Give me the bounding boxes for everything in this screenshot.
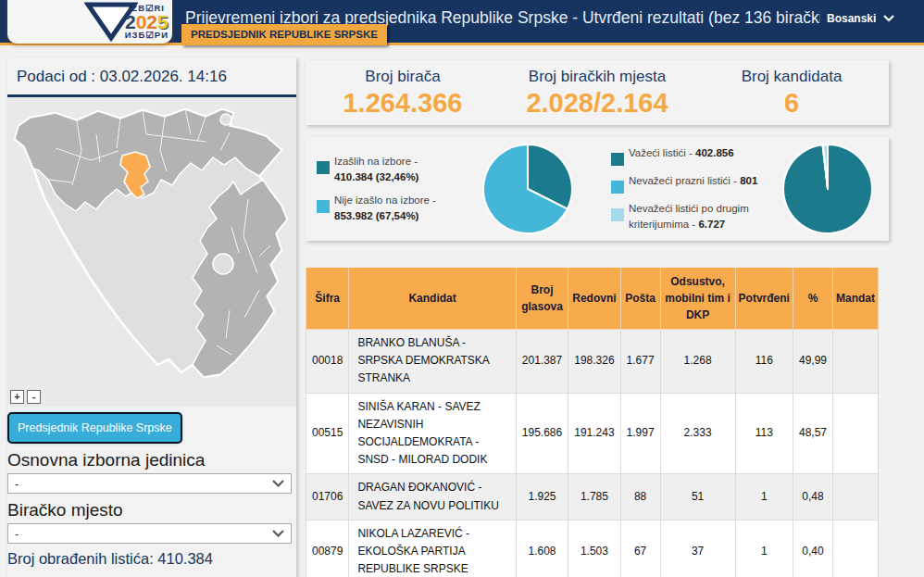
turnout-pie-chart xyxy=(480,141,576,237)
table-cell xyxy=(832,474,878,520)
map-zoom-in-button[interactable]: + xyxy=(10,390,24,404)
polling-station-select[interactable]: - xyxy=(7,523,292,544)
main-content: Broj birača 1.264.366 Broj biračkih mjes… xyxy=(306,60,889,577)
language-selector[interactable]: Bosanski xyxy=(827,12,894,25)
selected-value: - xyxy=(15,477,19,491)
table-cell: NIKOLA LAZAREVIĆ - EKOLOŠKA PARTIJA REPU… xyxy=(349,520,516,577)
table-cell xyxy=(832,520,878,577)
table-cell: 00515 xyxy=(306,393,349,474)
column-header: Broj glasova xyxy=(516,268,568,330)
results-table: ŠifraKandidatBroj glasovaRedovniPoštaOds… xyxy=(306,268,879,577)
chevron-down-icon xyxy=(272,480,284,487)
table-cell: 49,99 xyxy=(793,330,832,394)
bosnia-map[interactable] xyxy=(7,97,296,407)
table-cell: 51 xyxy=(660,474,735,520)
table-row: 00879NIKOLA LAZAREVIĆ - EKOLOŠKA PARTIJA… xyxy=(306,520,879,577)
table-cell: 1.677 xyxy=(620,330,660,394)
column-header: Šifra xyxy=(306,268,349,330)
results-table-head-row: ŠifraKandidatBroj glasovaRedovniPoštaOds… xyxy=(306,268,879,330)
logo-text: IZB☑RI 2025 ИЗБ☑РИ xyxy=(125,4,169,39)
table-row: 00018BRANKO BLANUŠA - SRPSKA DEMOKRATSKA… xyxy=(306,330,879,394)
map-zoom-controls: + - xyxy=(10,390,41,404)
table-cell xyxy=(832,330,878,394)
legend-label: Nevažeći prazni listići - 801 xyxy=(629,173,757,189)
logo-art: IZB☑RI 2025 ИЗБ☑РИ xyxy=(84,1,169,42)
column-header: Mandat xyxy=(832,268,878,330)
processed-ballots-text: Broj obrađenih listića: 410.384 xyxy=(7,549,296,569)
legend-label: Nije izašlo na izbore - 853.982 (67,54%) xyxy=(334,193,448,225)
stat-label: Broj kandidata xyxy=(694,68,889,86)
column-header: Redovni xyxy=(568,268,620,330)
stat-voters: Broj birača 1.264.366 xyxy=(306,68,500,119)
column-header: Odsustvo, mobilni tim i DKP xyxy=(660,268,735,330)
table-cell: 0,40 xyxy=(793,520,832,577)
legend-label: Važeći listići - 402.856 xyxy=(629,145,734,161)
table-cell xyxy=(832,393,878,474)
map-container[interactable]: + - xyxy=(7,97,296,407)
column-header: Pošta xyxy=(620,268,660,330)
data-as-of-label: Podaci od : 03.02.2026. 14:16 xyxy=(7,57,296,97)
ballots-pie-chart xyxy=(780,141,876,237)
table-cell: 00879 xyxy=(306,520,349,577)
legend-item: Izašlih na izbore - 410.384 (32,46%) xyxy=(317,154,448,186)
table-cell: 2.333 xyxy=(660,393,735,474)
map-enclave[interactable] xyxy=(213,254,233,274)
table-cell: 1.785 xyxy=(568,474,620,520)
chevron-down-icon xyxy=(272,530,284,537)
izbori-2025-logo[interactable]: IZB☑RI 2025 ИЗБ☑РИ xyxy=(7,0,172,44)
table-cell: 191.243 xyxy=(568,393,620,474)
legend-label: Izašlih na izbore - 410.384 (32,46%) xyxy=(334,154,448,186)
summary-stats-panel: Broj birača 1.264.366 Broj biračkih mjes… xyxy=(306,60,889,125)
race-filter-button[interactable]: Predsjednik Republike Srpske xyxy=(7,412,182,444)
table-cell: 198.326 xyxy=(568,330,620,394)
legend-swatch-icon xyxy=(611,181,624,194)
table-cell: 113 xyxy=(735,393,793,474)
table-cell: 67 xyxy=(620,520,660,577)
selected-value: - xyxy=(15,527,19,541)
table-cell: 1.608 xyxy=(516,520,568,577)
ballots-pie-legend: Važeći listići - 402.856Nevažeći prazni … xyxy=(611,145,767,233)
table-cell: 1.268 xyxy=(660,330,735,394)
table-cell: 88 xyxy=(620,474,660,520)
stat-value: 2.028/2.164 xyxy=(500,88,694,119)
logo-line-cyrillic: ИЗБ☑РИ xyxy=(125,31,169,40)
tab-predsjednik-republike-srpske[interactable]: PREDSJEDNIK REPUBLIKE SRPSKE xyxy=(181,24,387,45)
legend-swatch-icon xyxy=(611,153,624,166)
basic-electoral-unit-label: Osnovna izborna jedinica xyxy=(7,450,296,470)
table-row: 01706DRAGAN ĐOKANOVIĆ - SAVEZ ZA NOVU PO… xyxy=(306,474,879,520)
legend-item: Nevažeći listići po drugim kriterijumima… xyxy=(611,201,767,233)
pie-charts-panel: Izašlih na izbore - 410.384 (32,46%)Nije… xyxy=(306,137,889,241)
chevron-down-icon xyxy=(883,15,894,22)
table-cell: 1.925 xyxy=(516,474,568,520)
table-cell: SINIŠA KARAN - SAVEZ NEZAVISNIH SOCIJALD… xyxy=(349,393,516,474)
table-cell: 116 xyxy=(735,330,793,394)
results-table-body: 00018BRANKO BLANUŠA - SRPSKA DEMOKRATSKA… xyxy=(306,330,879,577)
table-cell: 195.686 xyxy=(516,393,568,474)
table-cell: 00018 xyxy=(306,330,349,394)
table-row: 00515SINIŠA KARAN - SAVEZ NEZAVISNIH SOC… xyxy=(306,393,879,474)
stat-candidates: Broj kandidata 6 xyxy=(694,68,889,119)
stat-value: 1.264.366 xyxy=(306,88,500,119)
left-panel: Podaci od : 03.02.2026. 14:16 xyxy=(7,57,296,577)
legend-swatch-icon xyxy=(611,208,624,221)
stat-polling-stations: Broj biračkih mjesta 2.028/2.164 xyxy=(500,68,694,119)
legend-item: Nije izašlo na izbore - 853.982 (67,54%) xyxy=(317,193,448,225)
legend-item: Nevažeći prazni listići - 801 xyxy=(611,173,767,194)
table-cell: 201.387 xyxy=(516,330,568,394)
table-cell: BRANKO BLANUŠA - SRPSKA DEMOKRATSKA STRA… xyxy=(349,330,516,394)
stat-label: Broj biračkih mjesta xyxy=(500,68,694,86)
map-zoom-out-button[interactable]: - xyxy=(27,390,41,404)
legend-swatch-icon xyxy=(317,200,330,213)
column-header: % xyxy=(793,268,832,330)
stat-label: Broj birača xyxy=(306,68,500,86)
table-cell: 01706 xyxy=(306,474,349,520)
column-header: Kandidat xyxy=(349,268,516,330)
legend-item: Važeći listići - 402.856 xyxy=(611,145,767,166)
table-cell: 1 xyxy=(735,474,793,520)
basic-electoral-unit-select[interactable]: - xyxy=(7,473,292,494)
polling-station-label: Biračko mjesto xyxy=(7,500,296,521)
map-enclave-north[interactable] xyxy=(220,114,231,125)
stat-value: 6 xyxy=(694,88,889,119)
turnout-pie-legend: Izašlih na izbore - 410.384 (32,46%)Nije… xyxy=(317,154,448,225)
logo-year: 2025 xyxy=(125,12,169,31)
